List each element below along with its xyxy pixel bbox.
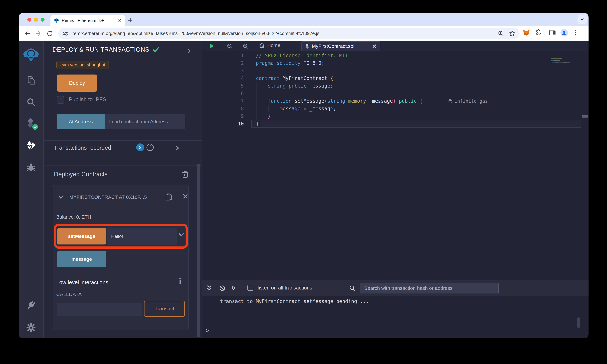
forward-button[interactable] [35, 30, 41, 37]
tab-close-icon[interactable] [118, 18, 122, 22]
new-tab-button[interactable] [128, 17, 133, 23]
panel-scrollbar-thumb[interactable] [197, 164, 200, 338]
debugger-bug-icon[interactable] [26, 162, 36, 172]
lowlevel-info-icon[interactable] [179, 278, 182, 284]
deployed-contracts-header: Deployed Contracts [54, 171, 107, 178]
listen-checkbox[interactable] [247, 285, 253, 291]
tab-myfirstcontract[interactable]: MyFirstContract.sol [301, 41, 380, 51]
copy-address-icon[interactable] [165, 193, 172, 201]
traffic-light-close[interactable] [27, 18, 31, 22]
traffic-light-zoom[interactable] [40, 18, 45, 22]
terminal-scrollbar-thumb[interactable] [577, 317, 580, 328]
minimap-line [551, 58, 581, 59]
reload-button[interactable] [46, 30, 53, 37]
home-icon [259, 42, 265, 49]
line-number: 7 [202, 97, 244, 105]
deploy-button[interactable]: Deploy [57, 75, 97, 92]
code-editor[interactable]: 12345678910 // SPDX-License-Identifier: … [202, 51, 589, 280]
icon-rail [19, 41, 44, 338]
contract-balance: Balance: 0. ETH [56, 214, 91, 220]
run-script-play-icon[interactable] [209, 43, 215, 49]
plugin-manager-icon[interactable] [26, 300, 36, 310]
file-explorer-icon[interactable] [26, 75, 36, 85]
setmessage-input[interactable] [107, 228, 176, 245]
minimap-line [551, 60, 581, 61]
zoom-page-icon[interactable] [498, 30, 504, 37]
zoom-out-icon[interactable] [227, 43, 233, 49]
browser-tab[interactable]: Remix - Ethereum IDE [51, 15, 125, 26]
deploy-run-panel: DEPLOY & RUN TRANSACTIONS evm version: s… [44, 41, 202, 338]
side-panel-icon[interactable] [549, 29, 556, 37]
back-button[interactable] [24, 30, 31, 37]
line-number: 6 [202, 90, 244, 97]
panel-divider [44, 141, 202, 141]
tab-search-button[interactable] [578, 15, 587, 24]
traffic-light-minimize[interactable] [34, 18, 38, 22]
tab-file-close-icon[interactable] [372, 44, 377, 48]
terminal-search-input[interactable] [360, 283, 499, 293]
remix-logo[interactable] [23, 47, 39, 63]
gas-estimate-note: infinite gas [449, 97, 488, 105]
editor-minimap[interactable] [551, 58, 581, 65]
remix-app: DEPLOY & RUN TRANSACTIONS evm version: s… [19, 41, 589, 338]
fn-expand-chevron[interactable] [178, 233, 184, 237]
panel-title: DEPLOY & RUN TRANSACTIONS [53, 46, 149, 53]
profile-avatar[interactable] [560, 29, 568, 37]
success-check-icon [153, 47, 159, 52]
terminal-prompt[interactable]: > [206, 327, 209, 334]
transact-button[interactable]: Transact [144, 301, 185, 317]
deploy-run-icon[interactable] [26, 141, 36, 150]
menu-dots-icon[interactable] [572, 29, 579, 37]
tab-file-label: MyFirstContract.sol [312, 43, 370, 49]
browser-window: Remix - Ethereum IDE [19, 13, 589, 338]
search-icon[interactable] [26, 97, 36, 107]
message-button[interactable]: message [57, 251, 106, 267]
minimap-line [551, 59, 581, 60]
code-line: } [256, 112, 423, 120]
at-address-input[interactable] [105, 114, 185, 130]
tx-info-icon[interactable] [146, 143, 154, 151]
line-number: 8 [202, 105, 244, 112]
scroll-to-bottom-icon[interactable] [206, 285, 212, 291]
tx-count-badge: 2 [136, 143, 144, 151]
bookmark-star-icon[interactable] [509, 30, 516, 37]
tx-expand-chevron[interactable] [176, 145, 179, 151]
metamask-icon[interactable] [523, 29, 530, 37]
card-divider [58, 273, 183, 273]
code-line: message = _message; [256, 105, 423, 112]
line-number-gutter: 12345678910 [202, 52, 244, 128]
code-line: // SPDX-License-Identifier: MIT [256, 52, 423, 59]
publish-ipfs-label: Publish to IPFS [69, 96, 106, 103]
line-number: 10 [202, 120, 244, 128]
panel-collapse-chevron[interactable] [187, 48, 191, 54]
delete-all-trash-icon[interactable] [182, 170, 188, 178]
tab-home[interactable]: Home [259, 42, 280, 49]
clear-console-icon[interactable] [219, 285, 226, 291]
at-address-button[interactable]: At Address [57, 114, 105, 130]
line-number: 2 [202, 59, 244, 67]
code-line: pragma solidity ^0.8.0; [256, 59, 423, 67]
tab-title: Remix - Ethereum IDE [62, 18, 118, 23]
solidity-compiler-icon[interactable] [25, 118, 37, 129]
line-number: 4 [202, 75, 244, 82]
contract-close-icon[interactable] [183, 194, 188, 199]
publish-ipfs-checkbox[interactable] [57, 96, 64, 104]
site-settings-icon[interactable] [62, 30, 69, 37]
terminal: 0 listen on all transactions transact to… [202, 280, 589, 338]
code-line: function setMessage(string memory _messa… [256, 97, 423, 105]
browser-toolbar: remix.ethereum.org/#lang=en&optimize=fal… [19, 26, 589, 41]
setmessage-button[interactable]: setMessage [57, 228, 106, 245]
settings-gear-icon[interactable] [26, 323, 36, 333]
zoom-in-icon[interactable] [242, 43, 249, 49]
extensions-puzzle-icon[interactable] [534, 29, 542, 37]
url-bar[interactable]: remix.ethereum.org/#lang=en&optimize=fal… [58, 28, 520, 39]
code-line [256, 90, 423, 97]
contract-collapse-chevron[interactable] [58, 195, 64, 199]
remix-favicon [54, 18, 59, 23]
line-number: 3 [202, 67, 244, 75]
toolbar-extensions-area [523, 29, 579, 37]
tab-home-label: Home [267, 42, 280, 48]
calldata-input[interactable] [57, 303, 142, 316]
gas-pump-icon [449, 99, 452, 103]
compile-success-badge [32, 124, 38, 130]
